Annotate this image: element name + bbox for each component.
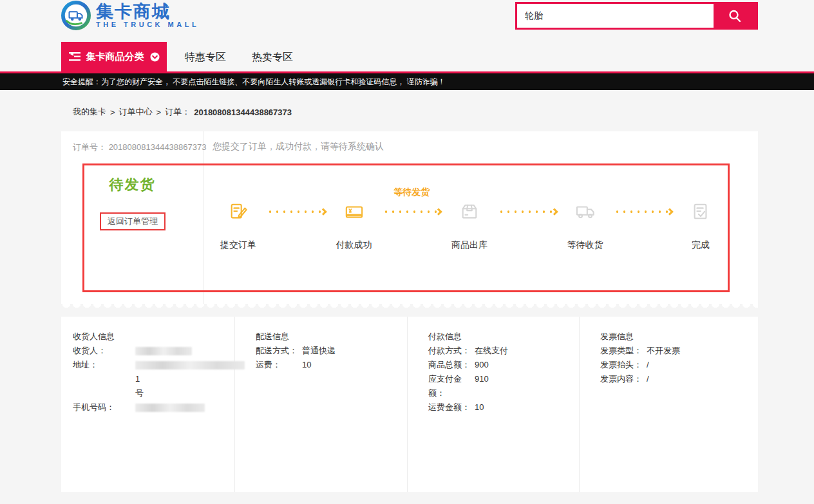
back-to-orders-button[interactable]: 返回订单管理 xyxy=(100,212,166,230)
breadcrumb-order-center[interactable]: 订单中心 xyxy=(119,106,153,118)
step-payment-success: 付款成功 xyxy=(334,202,375,251)
redacted-address xyxy=(135,361,245,369)
truck-icon xyxy=(576,202,595,221)
site-logo[interactable]: 集卡商城 THE TRUCK MALL xyxy=(61,1,199,30)
info-row-shipping-fee: 运费： 10 xyxy=(256,358,407,372)
progress-arrow: 等待发货 xyxy=(383,202,442,221)
current-step-flag: 等待发货 xyxy=(383,187,442,198)
address-visible-suffix: 1 xyxy=(135,374,140,384)
step-label: 商品出库 xyxy=(451,239,487,251)
redacted-phone-number xyxy=(135,404,205,412)
step-goods-dispatched: 商品出库 xyxy=(449,202,490,251)
info-row-invoice-content: 发票内容： / xyxy=(600,372,758,386)
logo-subtitle: THE TRUCK MALL xyxy=(96,21,199,29)
progress-arrow xyxy=(498,202,557,221)
nav-link-hot-sale[interactable]: 热卖专区 xyxy=(252,51,293,64)
breadcrumb-separator: > xyxy=(110,107,115,117)
search-button[interactable] xyxy=(714,4,756,28)
info-row-address: 地址： 1 号 xyxy=(73,358,234,400)
invoice-info-column: 发票信息 发票类型： 不开发票 发票抬头： / 发票内容： / xyxy=(580,317,758,492)
menu-icon xyxy=(69,52,80,61)
info-row-payment-method: 付款方式： 在线支付 xyxy=(428,344,579,358)
category-menu-button[interactable]: 集卡商品分类 xyxy=(61,42,167,71)
search-box xyxy=(515,2,758,30)
site-header: 集卡商城 THE TRUCK MALL xyxy=(0,0,814,31)
info-row-goods-total: 商品总额： 900 xyxy=(428,358,579,372)
main-nav: 集卡商品分类 特惠专区 热卖专区 xyxy=(0,31,814,73)
step-submit-order: 提交订单 xyxy=(218,202,259,251)
breadcrumb-order-prefix: 订单： xyxy=(165,106,190,118)
order-number-label: 订单号： xyxy=(73,142,106,152)
info-row-phone: 手机号码： xyxy=(73,400,234,415)
redacted-consignee-name xyxy=(135,347,192,355)
step-label: 完成 xyxy=(692,239,710,251)
order-progress-tracker: 提交订单 付款成功 等待发货 商品出库 xyxy=(205,163,728,251)
order-number-value: 201808081344438867373 xyxy=(109,142,207,152)
step-awaiting-receipt: 等待收货 xyxy=(565,202,606,251)
info-row-delivery-method: 配送方式： 普通快递 xyxy=(256,344,407,358)
info-row-consignee: 收货人： xyxy=(73,344,234,358)
step-label: 付款成功 xyxy=(336,239,372,251)
step-label: 等待收货 xyxy=(567,239,603,251)
package-icon xyxy=(460,202,479,221)
column-title: 配送信息 xyxy=(256,330,407,344)
order-number-row: 订单号： 201808081344438867373 xyxy=(73,142,206,153)
breadcrumb-my-account[interactable]: 我的集卡 xyxy=(73,106,106,118)
order-status-card: 订单号： 201808081344438867373 您提交了订单，成功付款，请… xyxy=(61,131,758,304)
payment-info-column: 付款信息 付款方式： 在线支付 商品总额： 900 应支付金额： 910 运费金… xyxy=(408,317,580,492)
column-title: 发票信息 xyxy=(600,330,758,344)
security-notice-text: 安全提醒：为了您的财产安全， 不要点击陌生链接、不要向陌生人转账或透漏银行卡和验… xyxy=(62,77,446,88)
column-title: 付款信息 xyxy=(428,330,579,344)
nav-link-special-offers[interactable]: 特惠专区 xyxy=(185,51,226,64)
progress-arrow xyxy=(614,202,673,221)
column-title: 收货人信息 xyxy=(73,330,234,344)
receipt-edge-decoration xyxy=(61,304,758,309)
step-complete: 完成 xyxy=(680,202,721,251)
breadcrumb-order-number: 201808081344438867373 xyxy=(194,107,292,117)
bank-card-icon xyxy=(345,202,364,221)
info-row-amount-payable: 应支付金额： 910 xyxy=(428,372,579,400)
consignee-info-column: 收货人信息 收货人： 地址： 1 号 手机号码： xyxy=(61,317,235,492)
order-info-card: 收货人信息 收货人： 地址： 1 号 手机号码： 配送信息 配送方式： 普通快递… xyxy=(61,317,758,492)
document-edit-icon xyxy=(229,202,248,221)
step-label: 提交订单 xyxy=(220,239,256,251)
search-icon xyxy=(727,8,743,24)
search-input[interactable] xyxy=(517,4,714,28)
delivery-info-column: 配送信息 配送方式： 普通快递 运费： 10 xyxy=(235,317,408,492)
info-row-freight-amount: 运费金额： 10 xyxy=(428,400,579,415)
address-line2: 号 xyxy=(135,388,144,398)
security-notice-bar: 安全提醒：为了您的财产安全， 不要点击陌生链接、不要向陌生人转账或透漏银行卡和验… xyxy=(0,73,814,90)
breadcrumb: 我的集卡 > 订单中心 > 订单： 201808081344438867373 xyxy=(73,106,814,118)
info-row-invoice-type: 发票类型： 不开发票 xyxy=(600,344,758,358)
breadcrumb-separator: > xyxy=(156,107,162,117)
order-status-badge: 待发货 xyxy=(61,175,204,194)
progress-arrow xyxy=(267,202,326,221)
document-check-icon xyxy=(691,202,710,221)
logo-title: 集卡商城 xyxy=(96,3,199,21)
info-row-invoice-title: 发票抬头： / xyxy=(600,358,758,372)
order-status-message: 您提交了订单，成功付款，请等待系统确认 xyxy=(213,141,384,153)
category-menu-label: 集卡商品分类 xyxy=(86,51,144,63)
chevron-down-circle-icon xyxy=(150,52,160,62)
truck-logo-icon xyxy=(61,1,91,30)
